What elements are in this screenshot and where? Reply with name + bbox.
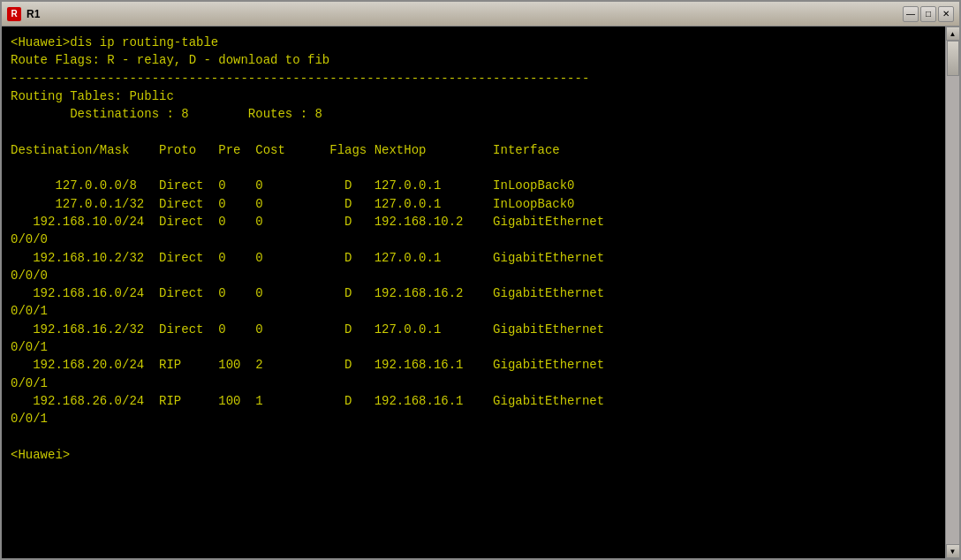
title-bar-buttons: — □ ✕: [903, 6, 954, 22]
scroll-up-button[interactable]: ▲: [946, 26, 960, 41]
close-button[interactable]: ✕: [938, 6, 954, 22]
title-bar-left: R R1: [7, 7, 40, 21]
maximize-button[interactable]: □: [920, 6, 936, 22]
main-window: R R1 — □ ✕ <Huawei>dis ip routing-table …: [0, 0, 961, 560]
scroll-thumb[interactable]: [947, 41, 959, 76]
window-title: R1: [26, 8, 40, 20]
scroll-down-button[interactable]: ▼: [946, 544, 960, 558]
window-icon: R: [7, 7, 21, 21]
scrollbar: ▲ ▼: [945, 26, 959, 558]
title-bar: R R1 — □ ✕: [2, 2, 959, 26]
terminal-output[interactable]: <Huawei>dis ip routing-table Route Flags…: [2, 26, 959, 558]
minimize-button[interactable]: —: [903, 6, 919, 22]
scroll-track: [946, 41, 959, 544]
